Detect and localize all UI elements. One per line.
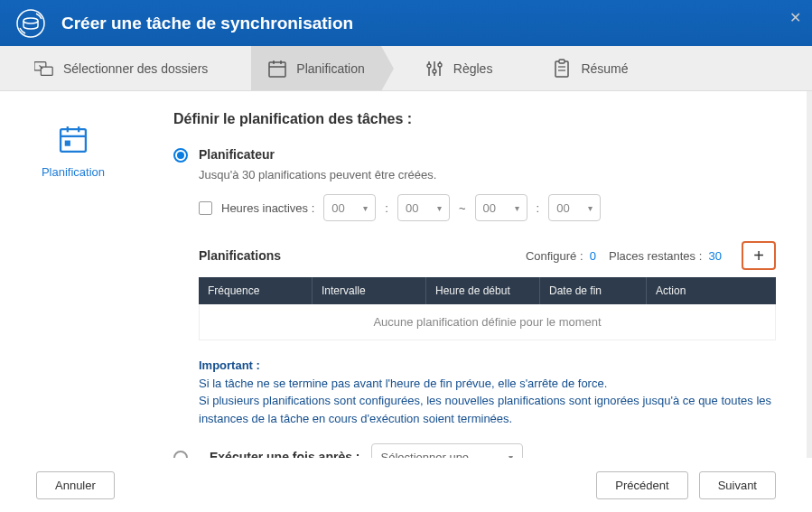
svg-rect-4	[269, 62, 285, 77]
col-frequency: Fréquence	[199, 277, 313, 304]
svg-point-1	[23, 18, 38, 23]
col-interval: Intervalle	[313, 277, 426, 304]
side-panel: Planification	[0, 91, 146, 458]
dialog-title: Créer une tâche de synchronisation	[61, 14, 353, 33]
svg-point-13	[438, 63, 442, 67]
previous-button[interactable]: Précédent	[596, 471, 687, 499]
planner-subtext: Jusqu'à 30 planifications peuvent être c…	[199, 168, 776, 182]
folders-icon	[34, 59, 54, 79]
radio-execute-once[interactable]	[173, 451, 188, 459]
schedule-large-icon	[0, 124, 146, 154]
sliders-icon	[425, 59, 444, 79]
colon-sep: :	[537, 201, 540, 215]
close-button[interactable]: ✕	[789, 9, 801, 26]
tilde-sep: ~	[459, 201, 466, 215]
add-schedule-button[interactable]: +	[742, 241, 776, 270]
select-execute-trigger[interactable]: Sélectionner une …▾	[371, 443, 523, 458]
step-label: Résumé	[581, 61, 628, 76]
calendar-icon	[267, 59, 287, 79]
chevron-down-icon: ▾	[588, 203, 593, 213]
step-schedule[interactable]: Planification	[251, 46, 381, 90]
step-label: Planification	[296, 61, 365, 76]
cancel-button[interactable]: Annuler	[36, 471, 115, 499]
table-header: Fréquence Intervalle Heure de début Date…	[199, 277, 776, 304]
configured-label: Configuré :	[526, 249, 583, 263]
radio-planner[interactable]	[173, 148, 188, 163]
chevron-down-icon: ▾	[363, 203, 368, 213]
important-line-1: Si la tâche ne se termine pas avant l'he…	[199, 375, 776, 393]
select-min-end[interactable]: 00▾	[548, 194, 601, 221]
remaining-value: 30	[709, 249, 722, 263]
col-end: Date de fin	[540, 277, 647, 304]
planner-label: Planificateur	[199, 147, 275, 162]
next-button[interactable]: Suivant	[699, 471, 776, 499]
remaining-label: Places restantes :	[609, 249, 702, 263]
svg-rect-18	[61, 129, 86, 152]
select-hour-start[interactable]: 00▾	[323, 194, 376, 221]
step-label: Règles	[453, 61, 493, 76]
schedules-table: Fréquence Intervalle Heure de début Date…	[199, 277, 776, 340]
sync-icon	[14, 7, 47, 40]
svg-rect-15	[559, 60, 565, 63]
select-min-start[interactable]: 00▾	[397, 194, 450, 221]
dialog-footer: Annuler Précédent Suivant	[0, 458, 812, 512]
chevron-down-icon: ▾	[437, 203, 442, 213]
side-label: Planification	[0, 165, 146, 179]
section-title: Définir le planification des tâches :	[173, 111, 776, 127]
step-label: Sélectionner des dossiers	[63, 61, 208, 76]
configured-value: 0	[590, 249, 596, 263]
inactive-label: Heures inactives :	[221, 201, 314, 215]
important-title: Important :	[199, 357, 776, 375]
schedules-title: Planifications	[199, 248, 281, 263]
step-folders[interactable]: Sélectionner des dossiers	[18, 46, 224, 90]
step-rules[interactable]: Règles	[408, 46, 509, 90]
svg-rect-22	[65, 141, 70, 146]
svg-point-11	[427, 64, 431, 68]
select-hour-end[interactable]: 00▾	[475, 194, 527, 221]
col-action: Action	[647, 277, 776, 304]
execute-once-label: Exécuter une fois après :	[210, 450, 360, 458]
dialog-header: Créer une tâche de synchronisation ✕	[0, 0, 812, 46]
col-start: Heure de début	[426, 277, 540, 304]
clipboard-icon	[552, 59, 572, 79]
step-summary[interactable]: Résumé	[536, 46, 644, 90]
main-content: Définir le planification des tâches : Pl…	[146, 91, 812, 458]
svg-point-12	[433, 70, 436, 73]
wizard-steps: Sélectionner des dossiers Planification …	[0, 46, 812, 91]
table-empty-text: Aucune planification définie pour le mom…	[199, 304, 776, 340]
colon-sep: :	[385, 201, 388, 215]
chevron-down-icon: ▾	[515, 203, 519, 213]
important-note: Important : Si la tâche ne se termine pa…	[199, 357, 776, 427]
checkbox-inactive-hours[interactable]	[199, 201, 212, 215]
important-line-2: Si plusieurs planifications sont configu…	[199, 392, 776, 427]
